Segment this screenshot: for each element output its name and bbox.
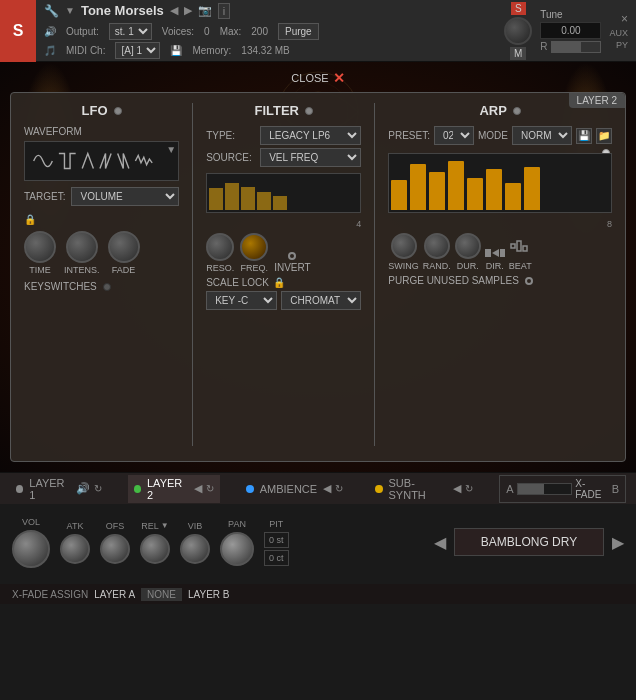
filter-indicator[interactable] [305, 107, 313, 115]
arp-bars-wrapper: 8 [388, 149, 612, 229]
filter-bar-number: 4 [206, 219, 361, 229]
rel-knob[interactable] [140, 534, 170, 564]
vib-knob[interactable] [180, 534, 210, 564]
reso-knob[interactable] [206, 233, 234, 261]
midi-select[interactable]: [A] 1 [115, 42, 160, 59]
lfo-indicator[interactable] [114, 107, 122, 115]
source-label: SOURCE: [206, 152, 256, 163]
arp-save-btn[interactable]: 💾 [576, 128, 592, 144]
layer1-tab[interactable]: LAYER 1 🔊 ↻ [10, 475, 108, 503]
arp-mode-select[interactable]: NORMAL [512, 126, 572, 145]
swing-knob-item: SWING [388, 233, 419, 271]
ambience-tab-name: AMBIENCE [260, 483, 317, 495]
dir-icon[interactable] [485, 247, 505, 259]
lfo-title: LFO [24, 103, 179, 118]
a-label: A [506, 483, 513, 495]
lock-icon[interactable]: 🔒 [24, 214, 36, 225]
arp-preset-select[interactable]: 02 [434, 126, 474, 145]
svg-rect-6 [517, 241, 521, 251]
beat-label: BEAT [509, 261, 532, 271]
purge-button[interactable]: Purge [278, 23, 319, 40]
invert-indicator[interactable] [288, 252, 296, 260]
vib-item: VIB [180, 521, 210, 564]
patch-next-btn[interactable]: ▶ [612, 533, 624, 552]
atk-knob[interactable] [60, 534, 90, 564]
layer2-arrows[interactable]: ↻ [206, 483, 214, 494]
reso-label: RESO. [206, 263, 234, 273]
main-panel: LAYER 2 LFO WAVEFORM [10, 92, 626, 462]
max-value: 200 [251, 26, 268, 37]
layer2-speaker[interactable]: ◀ [194, 482, 202, 495]
beat-icon[interactable] [510, 236, 530, 256]
xfade-none-value[interactable]: NONE [141, 588, 182, 601]
rand-knob-item: RAND. [423, 233, 451, 271]
ambience-arrows[interactable]: ↻ [335, 483, 343, 494]
close-x-btn[interactable]: × [621, 12, 628, 26]
voices-value: 0 [204, 26, 210, 37]
fade-knob[interactable] [108, 231, 140, 263]
reso-knob-item: RESO. [206, 233, 234, 273]
waveform-dropdown-btn[interactable]: ▼ [166, 144, 176, 155]
vib-label: VIB [188, 521, 203, 531]
intens-knob[interactable] [66, 231, 98, 263]
ambience-tab[interactable]: AMBIENCE ◀ ↻ [240, 480, 349, 497]
layer1-speaker[interactable]: 🔊 [76, 482, 90, 495]
rand-knob[interactable] [424, 233, 450, 259]
purge-unused-indicator[interactable] [525, 277, 533, 285]
logo-letter: S [13, 22, 24, 40]
arp-mode-label: MODE [478, 130, 508, 141]
tune-knob[interactable] [504, 17, 532, 45]
subsynth-arrows[interactable]: ↻ [465, 483, 473, 494]
arp-folder-btn[interactable]: 📁 [596, 128, 612, 144]
arp-indicator[interactable] [513, 107, 521, 115]
subsynth-tab[interactable]: SUB-SYNTH ◀ ↻ [369, 475, 479, 503]
voices-label: Voices: [162, 26, 194, 37]
filter-arp-divider [374, 103, 375, 446]
source-select[interactable]: VEL FREQ [260, 148, 361, 167]
close-button[interactable]: CLOSE ✕ [291, 70, 344, 86]
py-label: PY [616, 40, 628, 50]
xfade-slider[interactable] [517, 483, 573, 495]
waveform-display: ▼ [24, 141, 179, 181]
type-select[interactable]: LEGACY LP6 [260, 126, 361, 145]
nav-next[interactable]: ▶ [184, 4, 192, 17]
freq-knob[interactable] [240, 233, 268, 261]
arp-bars[interactable] [388, 153, 612, 213]
patch-prev-btn[interactable]: ◀ [434, 533, 446, 552]
filter-bars[interactable] [206, 173, 361, 213]
scale-lock-icon[interactable]: 🔒 [273, 277, 285, 288]
ambience-speaker[interactable]: ◀ [323, 482, 331, 495]
target-label: TARGET: [24, 191, 65, 202]
dur-knob[interactable] [455, 233, 481, 259]
layer1-arrows[interactable]: ↻ [94, 483, 102, 494]
key-select[interactable]: KEY -C [206, 291, 277, 310]
patch-selector: ◀ BAMBLONG DRY ▶ [434, 528, 624, 556]
subsynth-controls: ◀ ↻ [453, 482, 473, 495]
target-select[interactable]: VOLUME [71, 187, 179, 206]
rand-label: RAND. [423, 261, 451, 271]
swing-knob[interactable] [391, 233, 417, 259]
pan-label: PAN [228, 519, 246, 529]
keyswitches-led[interactable] [103, 283, 111, 291]
nav-prev[interactable]: ◀ [170, 4, 178, 17]
max-label: Max: [220, 26, 242, 37]
info-icon[interactable]: i [218, 3, 230, 19]
pan-knob[interactable] [220, 532, 254, 566]
layer-tabs: LAYER 1 🔊 ↻ LAYER 2 ◀ ↻ AMBIENCE ◀ ↻ SUB… [0, 472, 636, 504]
vol-knob[interactable] [12, 530, 50, 568]
memory-icon: 💾 [170, 45, 182, 56]
ofs-knob[interactable] [100, 534, 130, 564]
scale-lock-label: SCALE LOCK [206, 277, 269, 288]
layer2-dot [134, 485, 141, 493]
dropdown-arrow: ▼ [65, 5, 75, 16]
output-select[interactable]: st. 1 [109, 23, 152, 40]
layer2-tab-name: LAYER 2 [147, 477, 188, 501]
subsynth-speaker[interactable]: ◀ [453, 482, 461, 495]
layer2-tab[interactable]: LAYER 2 ◀ ↻ [128, 475, 220, 503]
close-x-icon: ✕ [333, 70, 345, 86]
time-knob[interactable] [24, 231, 56, 263]
dur-knob-item: DUR. [455, 233, 481, 271]
camera-icon[interactable]: 📷 [198, 4, 212, 17]
chromatic-select[interactable]: CHROMATIC [281, 291, 361, 310]
time-knob-item: TIME [24, 231, 56, 275]
